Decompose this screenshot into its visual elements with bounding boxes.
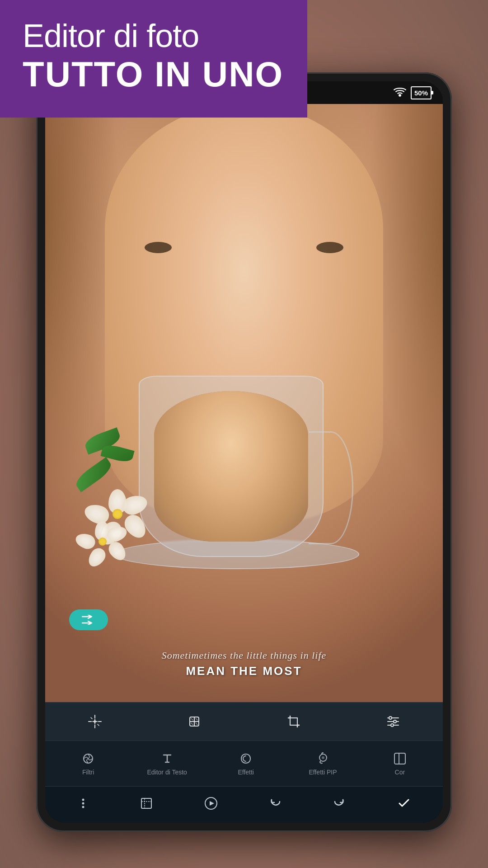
effects-tab[interactable]: Effetti — [228, 751, 264, 776]
tea-cup-container — [85, 343, 383, 594]
battery-indicator: 50% — [411, 86, 432, 99]
left-eye — [145, 242, 172, 253]
adjust-icon — [386, 714, 400, 729]
pip-effects-tab[interactable]: Effetti PIP — [305, 751, 341, 776]
flower-2 — [81, 523, 127, 561]
leaf-3 — [73, 457, 114, 492]
adjust-tool[interactable] — [386, 714, 400, 729]
svg-point-3 — [389, 717, 392, 719]
svg-rect-2 — [290, 718, 297, 725]
svg-point-5 — [391, 724, 394, 726]
status-right: 50% — [394, 86, 432, 99]
filters-icon — [81, 751, 95, 766]
cor-icon — [393, 751, 407, 766]
tools-row — [45, 702, 443, 741]
confirm-icon — [397, 796, 411, 811]
flower-center-2 — [99, 538, 107, 546]
photo-area[interactable]: Sometimetimes the little things in life … — [45, 104, 443, 702]
text-editor-tab[interactable]: Editor di Testo — [147, 751, 187, 776]
petal-b3 — [106, 539, 129, 563]
more-icon — [77, 797, 89, 810]
right-eye — [316, 242, 343, 253]
phone-device: 50% — [36, 72, 452, 832]
patch-icon — [187, 714, 202, 729]
play-icon — [204, 796, 218, 811]
confirm-button[interactable] — [397, 796, 411, 814]
banner-line2: TUTTO IN UNO — [23, 54, 285, 95]
pip-effects-icon — [316, 751, 330, 766]
quote-overlay: Sometimetimes the little things in life … — [45, 650, 443, 678]
more-button[interactable] — [77, 797, 89, 813]
crop-tool[interactable] — [286, 714, 301, 729]
svg-rect-13 — [141, 798, 151, 808]
text-editor-icon — [160, 751, 174, 766]
flower-center-1 — [113, 509, 122, 519]
sparkle-icon — [88, 714, 102, 729]
crop-action-icon — [139, 796, 154, 811]
svg-rect-9 — [394, 753, 405, 764]
undo-button[interactable] — [268, 796, 282, 814]
top-banner: Editor di foto TUTTO IN UNO — [0, 0, 307, 118]
svg-point-0 — [399, 94, 401, 96]
effects-label: Effetti — [238, 769, 254, 776]
undo-icon — [268, 796, 282, 811]
crop-button[interactable] — [139, 796, 154, 814]
flowers-decoration — [79, 426, 192, 565]
cor-label: Cor — [395, 769, 405, 776]
shuffle-button[interactable] — [69, 609, 108, 630]
bottom-toolbar: Filtri Editor di Testo Effetti — [45, 741, 443, 786]
svg-point-11 — [82, 802, 84, 804]
svg-point-12 — [82, 806, 84, 808]
action-bar — [45, 787, 443, 823]
crop-icon — [286, 714, 301, 729]
effects-icon — [239, 751, 253, 766]
redo-icon — [332, 796, 347, 811]
eyes-area — [145, 224, 343, 272]
filters-tab[interactable]: Filtri — [70, 751, 106, 776]
svg-point-10 — [82, 798, 84, 801]
cor-tab[interactable]: Cor — [382, 751, 418, 776]
wifi-icon — [394, 86, 406, 99]
svg-point-4 — [394, 720, 396, 723]
pip-effects-label: Effetti PIP — [309, 769, 337, 776]
phone-screen: 50% — [45, 81, 443, 823]
banner-line1: Editor di foto — [23, 18, 285, 54]
petal-b2 — [105, 524, 129, 544]
filters-label: Filtri — [82, 769, 94, 776]
sparkle-tool[interactable] — [88, 714, 102, 729]
svg-point-8 — [322, 756, 324, 759]
text-editor-label: Editor di Testo — [147, 769, 187, 776]
play-button[interactable] — [204, 796, 218, 814]
quote-script-text: Sometimetimes the little things in life — [54, 650, 434, 661]
redo-button[interactable] — [332, 796, 347, 814]
patch-tool[interactable] — [187, 714, 202, 729]
cup-handle — [309, 431, 353, 544]
tea-cup — [85, 343, 383, 594]
quote-bold-text: MEAN THE MOST — [54, 664, 434, 678]
shuffle-icon — [82, 615, 95, 625]
